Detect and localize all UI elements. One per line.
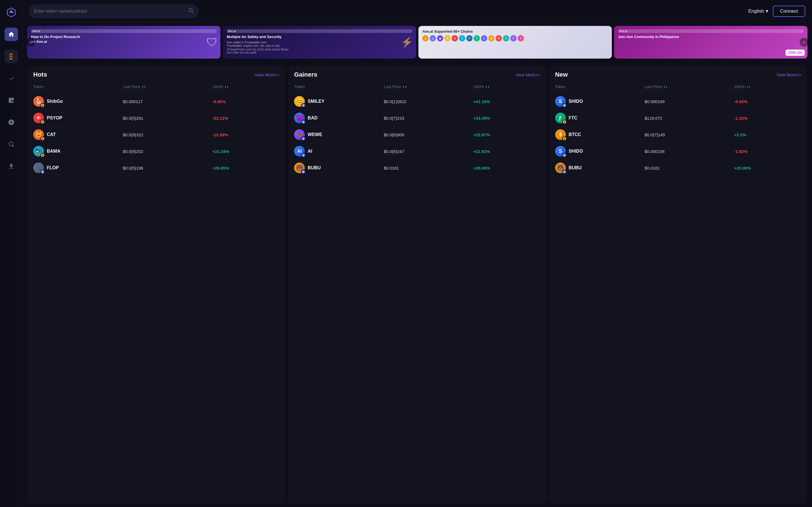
banner-1[interactable]: Ave.ai How to Do Project Researchon Ave.… <box>27 26 220 59</box>
token-price: $0.0{8}202 <box>123 149 213 154</box>
table-row[interactable]: Ƒ B FTC $119.072 -1.32% <box>555 110 801 126</box>
table-row[interactable]: 🐻 E BUBU $0.0161 +20.06% <box>294 160 540 176</box>
token-change: +20.06% <box>734 166 801 170</box>
svg-line-1 <box>12 146 14 147</box>
avatar: S E <box>555 146 566 157</box>
token-name: SMILEY <box>308 99 324 104</box>
search-input[interactable] <box>34 9 188 14</box>
avatar: S E <box>555 96 566 107</box>
avatar: 🐻 E <box>294 163 305 173</box>
chain-badge: B <box>40 153 45 158</box>
token-info: 🐾 E FLOP <box>33 163 123 173</box>
main-content: English ▾ Connect ‹ Ave.ai How to Do Pro… <box>22 0 812 507</box>
table-row[interactable]: 🦅 B BAMA $0.0{8}202 +21.34% <box>33 143 280 160</box>
token-name: BTCC <box>569 132 581 137</box>
sort-icon: ⬆⬇ <box>485 86 490 89</box>
table-row[interactable]: 🐾 E FLOP $0.0{5}196 +20.65% <box>33 160 280 176</box>
hots-view-more[interactable]: View More>> <box>255 72 280 77</box>
table-row[interactable]: S E SHIDO $0.000169 -0.42% <box>555 93 801 110</box>
token-change: +33.45% <box>473 116 540 121</box>
token-change: +2.3% <box>734 132 801 137</box>
sidebar-item-trending[interactable] <box>4 71 18 85</box>
chain-badge: E <box>562 170 567 174</box>
table-row[interactable]: 👁 B PSYOP $0.0{5}261 -22.13% <box>33 110 280 126</box>
avatar: 🐾 E <box>33 163 44 173</box>
token-change: -1.82% <box>734 149 801 154</box>
table-row[interactable]: AI E AI $0.0{8}247 +21.82% <box>294 143 540 160</box>
avatar: 🐻 E <box>555 163 566 173</box>
token-info: 🐱 B CAT <box>33 129 123 140</box>
search-bar[interactable] <box>29 4 199 18</box>
chain-badge: B <box>40 136 45 141</box>
banner-prev-button[interactable]: ‹ <box>26 38 35 47</box>
sort-icon: ⬆⬇ <box>746 86 751 89</box>
token-name: AI <box>308 149 312 154</box>
token-name: BAD <box>308 115 317 121</box>
hots-col-change: 24H% ⬆⬇ <box>212 84 280 89</box>
token-change: -1.32% <box>734 116 801 121</box>
table-row[interactable]: 😊 E SMILEY $0.0{12}622 +41.16% <box>294 93 540 110</box>
banner-2[interactable]: Ave.ai Multiple for Safety and Security … <box>223 26 416 59</box>
token-price: $0.0161 <box>384 166 473 170</box>
sidebar-item-wallet[interactable] <box>4 94 18 107</box>
banner-3[interactable]: Ave.ai Supported 60+ Chains ₿ Ξ ◆ B A S … <box>418 26 612 59</box>
table-row[interactable]: 🦋 E WEWE $0.0{6}909 +22.87% <box>294 126 540 143</box>
table-row[interactable]: S E SHIDO $0.000156 -1.82% <box>555 143 801 160</box>
chain-badge: E <box>562 103 567 108</box>
search-icon <box>188 8 194 15</box>
gainers-view-more[interactable]: View More>> <box>516 72 541 77</box>
table-row[interactable]: ₿ B BTCC $0.0{7}145 +2.3% <box>555 126 801 143</box>
token-name: FTC <box>569 115 577 121</box>
token-info: S E SHIDO <box>555 146 645 157</box>
banner-4[interactable]: Ave.ai Join Ave Community in Philippines… <box>614 26 808 59</box>
sort-icon: ⬆⬇ <box>663 86 668 89</box>
table-row[interactable]: 🐱 B CAT $0.0{9}322 -12.09% <box>33 126 280 143</box>
sidebar-item-bitcoin[interactable]: ₿ <box>4 50 18 63</box>
token-price: $0.0{8}247 <box>384 149 473 154</box>
token-change: +22.87% <box>473 132 540 137</box>
sidebar-item-download[interactable] <box>4 159 18 173</box>
new-col-change: 24H% ⬆⬇ <box>734 84 801 89</box>
new-view-more[interactable]: View More>> <box>776 72 801 77</box>
svg-point-0 <box>9 142 13 146</box>
table-row[interactable]: 😈 E BAD $0.0{7}233 +33.45% <box>294 110 540 126</box>
chain-badge: E <box>301 170 306 174</box>
new-card: New View More>> Token Last Price ⬆⬇ 24H%… <box>550 65 807 504</box>
token-info: AI E AI <box>294 146 384 157</box>
token-name: FLOP <box>47 165 59 170</box>
hots-card: Hots View More>> Token Last Price ⬆⬇ 24H… <box>28 65 285 504</box>
avatar: 🐕 B <box>33 96 44 107</box>
hots-col-price: Last Price ⬆⬇ <box>123 84 213 89</box>
connect-button[interactable]: Connect <box>773 6 805 17</box>
token-info: S E SHIDO <box>555 96 645 107</box>
gainers-col-headers: Token Last Price ⬆⬇ 24H% ⬆⬇ <box>294 83 540 91</box>
chain-badge: B <box>40 103 45 108</box>
app-logo[interactable] <box>4 6 18 19</box>
chain-badge: E <box>301 120 306 124</box>
new-col-headers: Token Last Price ⬆⬇ 24H% ⬆⬇ <box>555 83 801 91</box>
token-name: PSYOP <box>47 115 62 121</box>
sidebar-item-launch[interactable] <box>4 115 18 129</box>
hots-title: Hots <box>33 71 47 78</box>
table-row[interactable]: 🐕 B ShibGo $0.000117 -6.66% <box>33 93 280 110</box>
token-price: $0.0{12}622 <box>384 99 473 104</box>
sidebar: ₿ <box>0 0 22 507</box>
token-info: ₿ B BTCC <box>555 129 645 140</box>
avatar: AI E <box>294 146 305 157</box>
token-price: $0.0161 <box>645 166 734 170</box>
token-name: BUBU <box>308 165 320 170</box>
token-name: CAT <box>47 132 56 137</box>
sidebar-item-scanner[interactable] <box>4 137 18 151</box>
chain-badge: B <box>40 120 45 124</box>
token-price: $0.0{5}196 <box>123 166 213 170</box>
language-selector[interactable]: English ▾ <box>748 8 768 14</box>
bitcoin-icon: ₿ <box>9 52 13 61</box>
sidebar-item-home[interactable] <box>4 27 18 41</box>
avatar: 🦅 B <box>33 146 44 157</box>
token-info: Ƒ B FTC <box>555 113 645 123</box>
sort-icon: ⬆⬇ <box>142 86 146 89</box>
avatar: 😊 E <box>294 96 305 107</box>
banner-next-button[interactable]: › <box>800 38 809 47</box>
table-row[interactable]: 🐻 E BUBU $0.0161 +20.06% <box>555 160 801 176</box>
chain-badge: E <box>562 153 567 158</box>
